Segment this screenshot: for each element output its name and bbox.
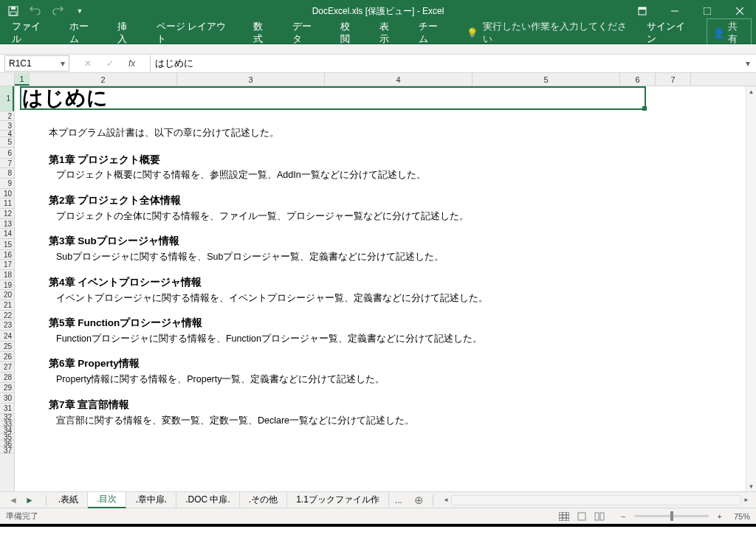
column-header[interactable]: 3 (177, 73, 325, 86)
worksheet-grid[interactable]: 1234567891011121314151617181920212223242… (0, 86, 756, 491)
tab-nav-first-icon[interactable]: ◄ (6, 495, 21, 505)
scroll-up-icon[interactable]: ▲ (746, 86, 756, 97)
svg-rect-9 (559, 512, 569, 521)
row-header[interactable]: 19 (0, 280, 14, 290)
row-header[interactable]: 9 (0, 179, 14, 189)
sheet-more-button[interactable]: ... (389, 495, 408, 505)
row-header[interactable]: 24 (0, 331, 14, 342)
chapter-description: プロジェクト概要に関する情報を、参照設定一覧、AddIn一覧などに分けて記述した… (49, 169, 488, 182)
select-all-corner[interactable] (0, 73, 15, 86)
row-header[interactable]: 27 (0, 362, 14, 373)
ribbon-tab-file[interactable]: ファイル (1, 22, 59, 44)
row-header[interactable]: 12 (0, 209, 14, 219)
share-button[interactable]: 👤 共有 (707, 18, 752, 48)
view-pagelayout-icon[interactable] (574, 510, 590, 523)
row-header[interactable]: 5 (0, 137, 14, 148)
sheet-tab[interactable]: .章中扉. (126, 492, 176, 508)
scroll-down-icon[interactable]: ▼ (746, 481, 756, 491)
status-ready: 準備完了 (6, 511, 38, 522)
vertical-scrollbar[interactable]: ▲ ▼ (746, 86, 756, 491)
column-header[interactable]: 6 (620, 73, 656, 86)
row-header[interactable]: 21 (0, 300, 14, 311)
row-header[interactable]: 4 (0, 131, 14, 137)
tell-me-input[interactable]: 💡 実行したい作業を入力してください (456, 22, 639, 44)
formula-input[interactable]: はじめに (150, 55, 741, 72)
column-headers: 1234567 (0, 73, 756, 86)
row-header[interactable]: 10 (0, 189, 14, 198)
scroll-right-icon[interactable]: ► (741, 495, 752, 505)
sheet-tab[interactable]: .表紙 (49, 492, 88, 508)
chevron-down-icon[interactable]: ▾ (61, 58, 65, 69)
sheet-tab[interactable]: .その他 (240, 492, 287, 508)
column-header[interactable]: 7 (656, 73, 691, 86)
ribbon-tab-view[interactable]: 表示 (369, 22, 408, 44)
fx-icon[interactable]: fx (128, 58, 135, 69)
ribbon-tab-review[interactable]: 校閲 (330, 22, 369, 44)
active-cell-border (20, 86, 646, 110)
zoom-level[interactable]: 75% (734, 512, 750, 521)
row-header[interactable]: 16 (0, 250, 14, 260)
zoom-in-button[interactable]: + (715, 512, 725, 521)
svg-rect-14 (578, 513, 585, 520)
row-header[interactable]: 29 (0, 383, 14, 393)
column-header[interactable]: 2 (30, 73, 177, 86)
row-header[interactable]: 2 (0, 111, 14, 121)
ribbon-tab-formulas[interactable]: 数式 (243, 22, 282, 44)
formula-bar: R1C1 ▾ ✕ ✓ fx はじめに ▾ (0, 55, 756, 73)
svg-rect-4 (639, 7, 646, 10)
new-sheet-button[interactable]: ⊕ (408, 494, 430, 507)
row-header[interactable]: 11 (0, 198, 14, 209)
scroll-left-icon[interactable]: ◄ (441, 495, 451, 505)
save-icon[interactable] (7, 5, 19, 17)
name-box[interactable]: R1C1 ▾ (4, 55, 69, 72)
sheet-tab[interactable]: .DOC 中扉. (176, 492, 240, 508)
redo-icon[interactable] (52, 5, 63, 17)
ribbon-tab-insert[interactable]: 挿入 (107, 22, 146, 44)
ribbon-display-button[interactable] (626, 0, 659, 22)
svg-rect-15 (595, 513, 599, 520)
zoom-out-button[interactable]: − (618, 512, 628, 521)
sheet-viewport[interactable]: はじめに 本プログラム設計書は、以下の章に分けて記述した。 第1章 プロジェクト… (15, 86, 756, 491)
row-header[interactable]: 20 (0, 290, 14, 300)
row-header[interactable]: 23 (0, 320, 14, 331)
row-header[interactable]: 8 (0, 168, 14, 179)
ribbon-tab-team[interactable]: チーム (408, 22, 456, 44)
sheet-tab[interactable]: 1.1ブックファイル作 (287, 492, 389, 508)
sheet-tab[interactable]: .目次 (88, 492, 126, 508)
minimize-button[interactable] (659, 0, 691, 22)
row-header[interactable]: 25 (0, 342, 14, 352)
row-header[interactable]: 26 (0, 352, 14, 362)
horizontal-scrollbar[interactable]: ◄ ► (441, 495, 752, 505)
undo-icon[interactable] (30, 5, 41, 17)
row-header[interactable]: 30 (0, 393, 14, 404)
tab-nav-next-icon[interactable]: ► (22, 495, 37, 505)
row-header[interactable]: 18 (0, 270, 14, 280)
column-header[interactable]: 5 (472, 73, 620, 86)
enter-icon[interactable]: ✓ (106, 58, 114, 69)
ribbon-tabs: ファイル ホーム 挿入 ページ レイアウト 数式 データ 校閲 表示 チーム 💡… (0, 22, 756, 44)
cancel-icon[interactable]: ✕ (84, 58, 92, 69)
column-header[interactable]: 1 (15, 73, 30, 86)
view-normal-icon[interactable] (556, 510, 572, 523)
ribbon-tab-pagelayout[interactable]: ページ レイアウト (146, 22, 243, 44)
row-header[interactable]: 15 (0, 239, 14, 250)
qat-customize-icon[interactable]: ▼ (74, 5, 86, 17)
row-header[interactable]: 22 (0, 311, 14, 320)
row-header[interactable]: 28 (0, 373, 14, 383)
row-header[interactable]: 6 (0, 148, 14, 159)
zoom-slider[interactable] (635, 515, 709, 517)
row-header[interactable]: 7 (0, 159, 14, 168)
row-header[interactable]: 13 (0, 219, 14, 229)
row-header[interactable]: 14 (0, 229, 14, 239)
view-pagebreak-icon[interactable] (591, 510, 608, 523)
ribbon-tab-data[interactable]: データ (282, 22, 330, 44)
signin-link[interactable]: サインイン (639, 21, 699, 46)
window-title: DocExcel.xls [保護ビュー] - Excel (312, 5, 444, 18)
row-header[interactable]: 17 (0, 260, 14, 270)
row-header[interactable]: 1 (0, 86, 14, 111)
row-header[interactable]: 37 (0, 447, 14, 454)
ribbon-tab-home[interactable]: ホーム (59, 22, 107, 44)
expand-formula-bar-icon[interactable]: ▾ (746, 58, 756, 69)
column-header[interactable]: 4 (325, 73, 472, 86)
chapter-heading: 第5章 Functionプロシージャ情報 (49, 317, 488, 331)
